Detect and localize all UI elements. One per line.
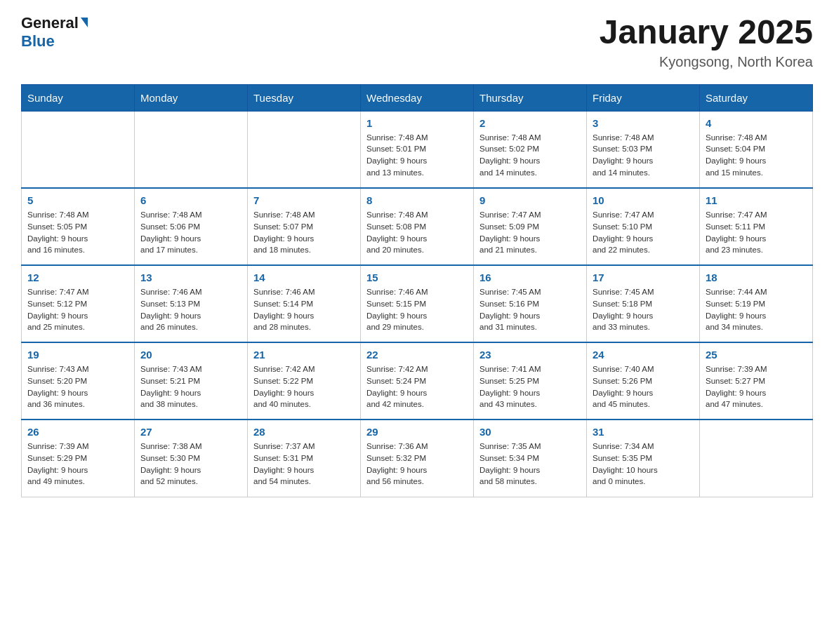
day-number: 31: [593, 426, 694, 438]
calendar-cell: 17Sunrise: 7:45 AMSunset: 5:18 PMDayligh…: [587, 265, 700, 342]
day-info: Sunrise: 7:40 AMSunset: 5:26 PMDaylight:…: [593, 363, 694, 410]
day-number: 18: [706, 271, 807, 283]
calendar-cell: 23Sunrise: 7:41 AMSunset: 5:25 PMDayligh…: [474, 342, 587, 420]
day-info: Sunrise: 7:43 AMSunset: 5:21 PMDaylight:…: [140, 363, 241, 410]
day-info: Sunrise: 7:47 AMSunset: 5:10 PMDaylight:…: [593, 209, 694, 256]
page-header: General Blue January 2025 Kyongsong, Nor…: [21, 14, 813, 70]
calendar-cell: 6Sunrise: 7:48 AMSunset: 5:06 PMDaylight…: [135, 188, 248, 265]
day-info: Sunrise: 7:46 AMSunset: 5:13 PMDaylight:…: [140, 286, 241, 333]
day-info: Sunrise: 7:47 AMSunset: 5:09 PMDaylight:…: [479, 209, 581, 256]
day-number: 12: [27, 271, 128, 283]
calendar-cell: 11Sunrise: 7:47 AMSunset: 5:11 PMDayligh…: [700, 188, 813, 265]
day-info: Sunrise: 7:48 AMSunset: 5:07 PMDaylight:…: [253, 209, 355, 256]
day-number: 2: [479, 117, 581, 129]
day-number: 10: [593, 194, 694, 206]
calendar-cell: 16Sunrise: 7:45 AMSunset: 5:16 PMDayligh…: [474, 265, 587, 342]
col-header-thursday: Thursday: [474, 84, 587, 111]
calendar-cell: 8Sunrise: 7:48 AMSunset: 5:08 PMDaylight…: [361, 188, 474, 265]
day-number: 7: [253, 194, 355, 206]
day-number: 1: [366, 117, 468, 129]
day-info: Sunrise: 7:47 AMSunset: 5:12 PMDaylight:…: [27, 286, 128, 333]
calendar-row-3: 12Sunrise: 7:47 AMSunset: 5:12 PMDayligh…: [22, 265, 813, 342]
day-info: Sunrise: 7:48 AMSunset: 5:05 PMDaylight:…: [27, 209, 128, 256]
calendar-cell: 12Sunrise: 7:47 AMSunset: 5:12 PMDayligh…: [22, 265, 135, 342]
calendar-cell: 20Sunrise: 7:43 AMSunset: 5:21 PMDayligh…: [135, 342, 248, 420]
day-info: Sunrise: 7:48 AMSunset: 5:04 PMDaylight:…: [706, 132, 807, 179]
day-number: 17: [593, 271, 694, 283]
col-header-wednesday: Wednesday: [361, 84, 474, 111]
day-number: 26: [27, 426, 128, 438]
col-header-sunday: Sunday: [22, 84, 135, 111]
day-info: Sunrise: 7:42 AMSunset: 5:22 PMDaylight:…: [253, 363, 355, 410]
day-info: Sunrise: 7:44 AMSunset: 5:19 PMDaylight:…: [706, 286, 807, 333]
day-number: 20: [140, 349, 241, 361]
day-number: 5: [27, 194, 128, 206]
logo-blue-text: Blue: [21, 32, 55, 51]
calendar-cell: 25Sunrise: 7:39 AMSunset: 5:27 PMDayligh…: [700, 342, 813, 420]
calendar-table: SundayMondayTuesdayWednesdayThursdayFrid…: [21, 84, 813, 497]
calendar-cell: 26Sunrise: 7:39 AMSunset: 5:29 PMDayligh…: [22, 420, 135, 497]
calendar-row-5: 26Sunrise: 7:39 AMSunset: 5:29 PMDayligh…: [22, 420, 813, 497]
day-number: 6: [140, 194, 241, 206]
day-info: Sunrise: 7:41 AMSunset: 5:25 PMDaylight:…: [479, 363, 581, 410]
day-number: 29: [366, 426, 468, 438]
day-number: 19: [27, 349, 128, 361]
day-info: Sunrise: 7:42 AMSunset: 5:24 PMDaylight:…: [366, 363, 468, 410]
calendar-cell: 18Sunrise: 7:44 AMSunset: 5:19 PMDayligh…: [700, 265, 813, 342]
location: Kyongsong, North Korea: [600, 54, 813, 70]
day-info: Sunrise: 7:46 AMSunset: 5:14 PMDaylight:…: [253, 286, 355, 333]
day-info: Sunrise: 7:48 AMSunset: 5:08 PMDaylight:…: [366, 209, 468, 256]
day-number: 16: [479, 271, 581, 283]
calendar-cell: 29Sunrise: 7:36 AMSunset: 5:32 PMDayligh…: [361, 420, 474, 497]
day-number: 27: [140, 426, 241, 438]
day-info: Sunrise: 7:48 AMSunset: 5:02 PMDaylight:…: [479, 132, 581, 179]
day-number: 13: [140, 271, 241, 283]
day-info: Sunrise: 7:36 AMSunset: 5:32 PMDaylight:…: [366, 441, 468, 488]
day-number: 24: [593, 349, 694, 361]
day-number: 22: [366, 349, 468, 361]
day-info: Sunrise: 7:47 AMSunset: 5:11 PMDaylight:…: [706, 209, 807, 256]
day-number: 23: [479, 349, 581, 361]
day-number: 14: [253, 271, 355, 283]
calendar-row-4: 19Sunrise: 7:43 AMSunset: 5:20 PMDayligh…: [22, 342, 813, 420]
day-info: Sunrise: 7:35 AMSunset: 5:34 PMDaylight:…: [479, 441, 581, 488]
day-number: 25: [706, 349, 807, 361]
calendar-cell: 27Sunrise: 7:38 AMSunset: 5:30 PMDayligh…: [135, 420, 248, 497]
day-number: 9: [479, 194, 581, 206]
calendar-cell: 5Sunrise: 7:48 AMSunset: 5:05 PMDaylight…: [22, 188, 135, 265]
calendar-cell: 9Sunrise: 7:47 AMSunset: 5:09 PMDaylight…: [474, 188, 587, 265]
calendar-cell: 21Sunrise: 7:42 AMSunset: 5:22 PMDayligh…: [248, 342, 361, 420]
calendar-cell: 14Sunrise: 7:46 AMSunset: 5:14 PMDayligh…: [248, 265, 361, 342]
day-info: Sunrise: 7:43 AMSunset: 5:20 PMDaylight:…: [27, 363, 128, 410]
day-info: Sunrise: 7:48 AMSunset: 5:06 PMDaylight:…: [140, 209, 241, 256]
calendar-header-row: SundayMondayTuesdayWednesdayThursdayFrid…: [22, 84, 813, 111]
day-info: Sunrise: 7:48 AMSunset: 5:01 PMDaylight:…: [366, 132, 468, 179]
calendar-cell: 4Sunrise: 7:48 AMSunset: 5:04 PMDaylight…: [700, 111, 813, 188]
day-number: 21: [253, 349, 355, 361]
month-title: January 2025: [600, 14, 813, 51]
calendar-cell: 7Sunrise: 7:48 AMSunset: 5:07 PMDaylight…: [248, 188, 361, 265]
calendar-cell: 10Sunrise: 7:47 AMSunset: 5:10 PMDayligh…: [587, 188, 700, 265]
calendar-cell: [700, 420, 813, 497]
day-number: 11: [706, 194, 807, 206]
day-number: 8: [366, 194, 468, 206]
calendar-row-2: 5Sunrise: 7:48 AMSunset: 5:05 PMDaylight…: [22, 188, 813, 265]
logo-general-text: General: [21, 14, 79, 32]
day-info: Sunrise: 7:39 AMSunset: 5:27 PMDaylight:…: [706, 363, 807, 410]
calendar-cell: [135, 111, 248, 188]
calendar-cell: 31Sunrise: 7:34 AMSunset: 5:35 PMDayligh…: [587, 420, 700, 497]
calendar-cell: 15Sunrise: 7:46 AMSunset: 5:15 PMDayligh…: [361, 265, 474, 342]
day-info: Sunrise: 7:39 AMSunset: 5:29 PMDaylight:…: [27, 441, 128, 488]
col-header-tuesday: Tuesday: [248, 84, 361, 111]
calendar-cell: 24Sunrise: 7:40 AMSunset: 5:26 PMDayligh…: [587, 342, 700, 420]
calendar-row-1: 1Sunrise: 7:48 AMSunset: 5:01 PMDaylight…: [22, 111, 813, 188]
day-info: Sunrise: 7:46 AMSunset: 5:15 PMDaylight:…: [366, 286, 468, 333]
col-header-friday: Friday: [587, 84, 700, 111]
calendar-cell: 30Sunrise: 7:35 AMSunset: 5:34 PMDayligh…: [474, 420, 587, 497]
calendar-cell: 3Sunrise: 7:48 AMSunset: 5:03 PMDaylight…: [587, 111, 700, 188]
col-header-saturday: Saturday: [700, 84, 813, 111]
day-number: 28: [253, 426, 355, 438]
calendar-cell: 19Sunrise: 7:43 AMSunset: 5:20 PMDayligh…: [22, 342, 135, 420]
calendar-cell: 13Sunrise: 7:46 AMSunset: 5:13 PMDayligh…: [135, 265, 248, 342]
day-number: 30: [479, 426, 581, 438]
